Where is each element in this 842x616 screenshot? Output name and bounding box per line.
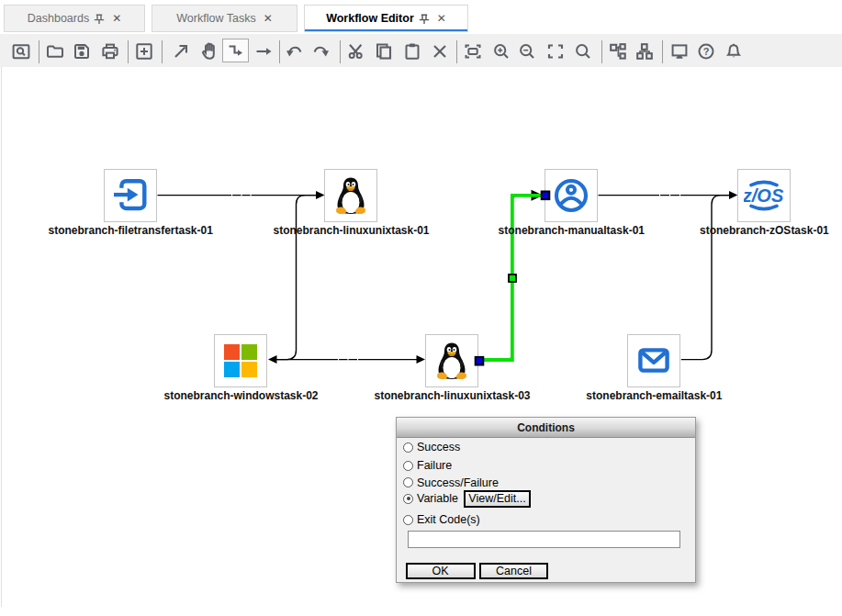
svg-text:?: ? bbox=[703, 46, 710, 57]
svg-text:z/OS: z/OS bbox=[744, 185, 784, 206]
